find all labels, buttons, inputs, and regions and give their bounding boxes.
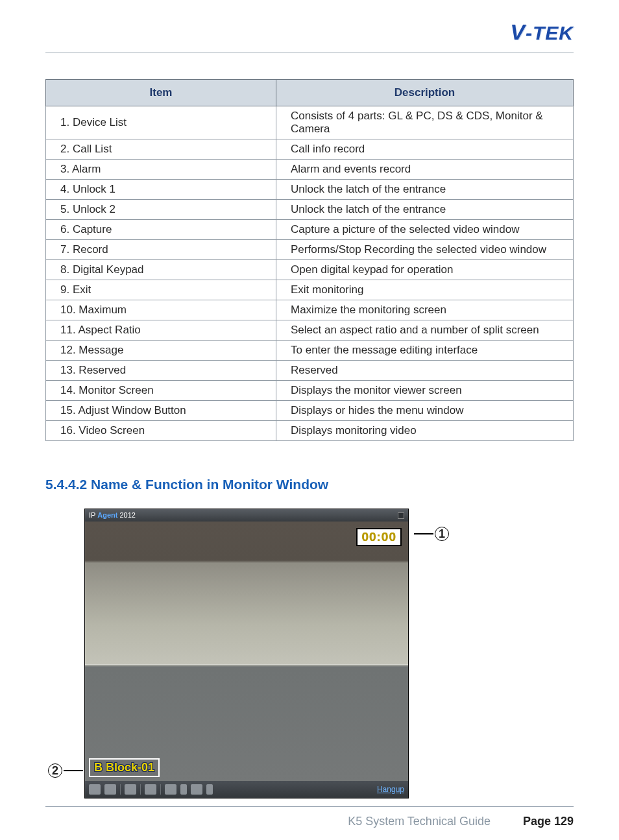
table-header-item: Item [46, 80, 276, 106]
table-row: 3. AlarmAlarm and events record [46, 160, 574, 180]
video-screen: 00:00 B Block-01 [85, 522, 408, 781]
timer-badge: 00:00 [356, 528, 402, 546]
table-row: 16. Video ScreenDisplays monitoring vide… [46, 421, 574, 441]
table-row: 7. RecordPerforms/Stop Recording the sel… [46, 240, 574, 260]
section-heading: 5.4.4.2 Name & Function in Monitor Windo… [45, 477, 574, 492]
table-row: 8. Digital KeypadOpen digital keypad for… [46, 260, 574, 280]
page-footer: K5 System Technical Guide Page 129 [45, 806, 574, 828]
table-row: 9. ExitExit monitoring [46, 280, 574, 300]
item-description-table: Item Description 1. Device ListConsists … [45, 79, 574, 441]
volume-level-icon[interactable] [180, 784, 187, 795]
footer-page-number: Page 129 [523, 815, 574, 828]
monitor-window: IP Agent 2012 00:00 B Block-01 [84, 509, 409, 798]
record-icon[interactable] [104, 784, 116, 795]
window-restore-icon[interactable] [398, 512, 404, 519]
mic-icon[interactable] [191, 784, 202, 795]
unlock1-icon[interactable] [125, 784, 136, 795]
monitor-toolbar: Hangup [85, 781, 408, 798]
mic-level-icon[interactable] [206, 784, 213, 795]
header-divider [45, 53, 574, 53]
brand-logo: V-TEK [45, 19, 574, 53]
window-titlebar: IP Agent 2012 [85, 509, 408, 522]
app-title: IP Agent 2012 [89, 509, 136, 522]
table-row: 14. Monitor ScreenDisplays the monitor v… [46, 381, 574, 401]
table-row: 1. Device ListConsists of 4 parts: GL & … [46, 106, 574, 139]
volume-icon[interactable] [165, 784, 176, 795]
callout-1: 1 [414, 527, 449, 541]
table-row: 15. Adjust Window ButtonDisplays or hide… [46, 401, 574, 421]
footer-guide-title: K5 System Technical Guide [348, 815, 491, 828]
callout-2: 2 [48, 763, 83, 778]
monitor-window-figure: 1 2 IP Agent 2012 00:00 B Block-01 [84, 509, 448, 798]
table-row: 5. Unlock 2Unlock the latch of the entra… [46, 200, 574, 220]
table-row: 12. MessageTo enter the message editing … [46, 341, 574, 361]
hangup-link[interactable]: Hangup [377, 785, 404, 794]
table-row: 2. Call ListCall info record [46, 139, 574, 160]
table-row: 13. ReservedReserved [46, 361, 574, 381]
table-row: 11. Aspect RatioSelect an aspect ratio a… [46, 320, 574, 341]
table-row: 10. MaximumMaximize the monitoring scree… [46, 300, 574, 320]
location-badge: B Block-01 [89, 758, 160, 777]
table-row: 6. CaptureCapture a picture of the selec… [46, 220, 574, 240]
unlock2-icon[interactable] [145, 784, 156, 795]
table-row: 4. Unlock 1Unlock the latch of the entra… [46, 180, 574, 200]
table-header-description: Description [276, 80, 574, 106]
capture-icon[interactable] [89, 784, 101, 795]
